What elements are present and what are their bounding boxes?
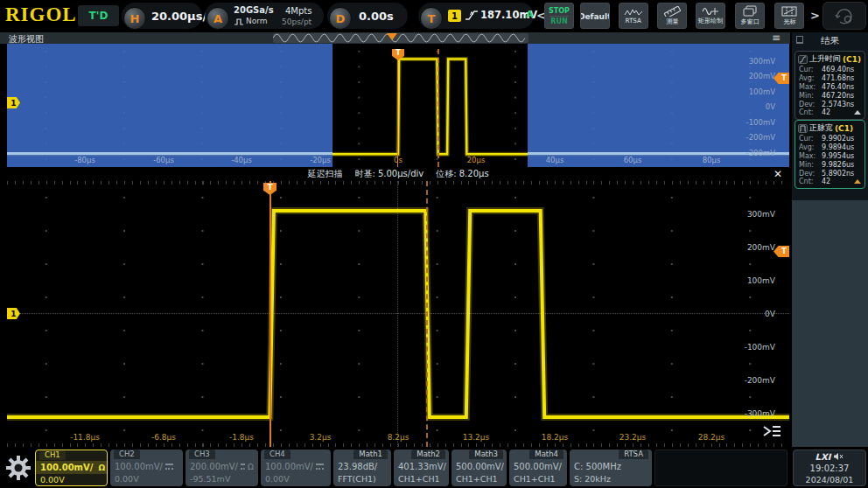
math2-block[interactable]: Math2 401.33mV/ CH1+CH1 [394, 450, 449, 486]
multi-window-button[interactable]: 多窗口 [735, 3, 765, 29]
measurement-card-rise-time[interactable]: 上升时间(C1) Cur:469.40ns Avg:471.68ns Max:4… [794, 51, 865, 120]
cursor-button[interactable]: 光标 [774, 3, 804, 29]
time-label: -11.8μs [63, 433, 107, 442]
acquire-mode-row: Norm [234, 17, 268, 25]
channel2-block[interactable]: CH2 100.00mV/ 0.00V [110, 450, 183, 486]
rtsa-block[interactable]: RTSA C: 500MHz S: 20kHz [570, 450, 652, 486]
row-value: 9.9954us [822, 152, 854, 160]
grid-menu-icon[interactable] [761, 424, 782, 438]
draw-label: 矩形绘制 [698, 17, 724, 25]
ribbon-sine-pattern [273, 33, 528, 43]
stop-label: STOP [549, 7, 570, 15]
time-label: 60μs [611, 156, 654, 164]
cursor-grid-icon [781, 6, 797, 17]
zoom-offset[interactable]: 位移: 8.20μs [436, 168, 488, 180]
channel-scale: 100.00mV/ [115, 462, 163, 471]
row-label: Max: [799, 152, 822, 160]
row-label: Max: [799, 83, 822, 91]
volt-label: 0V [723, 310, 775, 318]
row-value: 471.68ns [822, 74, 854, 82]
channel1-block[interactable]: CH1 100.00mV/Ω 0.00V [35, 450, 108, 486]
time-label: 3.2μs [298, 433, 342, 442]
cursor-label: 光标 [783, 17, 795, 26]
dc-coupling-icon [241, 464, 245, 470]
impedance-label: Ω [98, 464, 105, 472]
toolbar-scroll-right-icon[interactable]: > [810, 9, 820, 22]
math-tab: Math2 [411, 450, 445, 459]
math-scale: 401.33mV/ [394, 460, 449, 473]
volt-label: 300mV [723, 57, 775, 66]
card-name: 正脉宽 [809, 122, 833, 134]
delay-value[interactable]: 0.00s [359, 10, 394, 23]
results-panel-dark-area: 结果 上升时间(C1) Cur:469.40ns Avg:471.68ns Ma… [792, 32, 868, 200]
math1-block[interactable]: Math1 23.98dB/ FFT(CH1) [333, 450, 391, 486]
system-status-block[interactable]: LXI 19:02:37 2024/08/01 [793, 450, 866, 486]
trigger-position-line [270, 181, 271, 447]
delay-knob[interactable]: D [329, 7, 352, 30]
memory-depth: 4Mpts [285, 6, 312, 16]
math-source: FFT(CH1) [338, 474, 376, 484]
measure-cursor-line[interactable] [438, 49, 439, 167]
trigger-status-indicator: T'D [78, 5, 119, 26]
trigger-source-badge[interactable]: 1 [448, 10, 461, 22]
settings-gear-icon[interactable] [4, 452, 33, 484]
impedance-label: Ω [248, 463, 254, 471]
results-panel: 结果 上升时间(C1) Cur:469.40ns Avg:471.68ns Ma… [792, 32, 868, 447]
rtsa-wave-icon [624, 8, 643, 16]
measurement-card-positive-width[interactable]: 正脉宽(C1) Cur:9.9902us Avg:9.9894us Max:9.… [794, 120, 865, 189]
expand-icon[interactable] [854, 179, 861, 184]
channel-scale: 200.00mV/ [190, 462, 238, 471]
channel-tab: CH1 [39, 450, 66, 460]
time-label: 20μs [454, 156, 498, 164]
channel-scale: 100.00mV/ [265, 462, 313, 471]
time-label: 0s [376, 156, 420, 164]
rtsa-button[interactable]: RTSA [619, 3, 648, 29]
channel3-block[interactable]: CH3 200.00mV/Ω -95.51mV [186, 450, 258, 486]
trigger-level-label: T [781, 247, 786, 255]
sound-muted-icon [833, 452, 844, 461]
math-source: CH1+CH1 [398, 474, 440, 484]
volt-label: -200mV [723, 376, 775, 385]
close-zoom-icon[interactable]: ✕ [774, 168, 782, 180]
row-value: 467.20ns [822, 92, 854, 100]
bottom-status-bar: CH1 100.00mV/Ω 0.00V CH2 100.00mV/ 0.00V… [0, 448, 868, 488]
rtsa-center-freq: C: 500MHz [570, 460, 652, 473]
time-label: 28.2μs [690, 433, 733, 442]
dc-coupling-icon [165, 464, 173, 470]
channel-tab: CH4 [264, 450, 290, 459]
trigger-position-line [397, 51, 398, 167]
acquire-knob[interactable]: A [206, 7, 229, 30]
horizontal-position-ribbon[interactable] [273, 33, 528, 43]
row-label: Min: [799, 92, 822, 100]
measure-cursor-line[interactable] [426, 181, 428, 447]
gesture-button[interactable] [822, 2, 866, 30]
zoom-timebase[interactable]: 时基: 5.00μs/div [354, 168, 424, 180]
draw-button[interactable]: 矩形绘制 [696, 3, 725, 29]
unzoomed-region-left [7, 44, 332, 167]
delay-group: D 0.00s [327, 3, 408, 29]
view-menu-icon[interactable]: ≡ [772, 31, 780, 44]
row-label: Dev: [799, 101, 822, 108]
row-value: 9.9894us [822, 143, 854, 151]
horizontal-scale[interactable]: 20.00μs/ [151, 10, 206, 23]
math-source: CH1+CH1 [514, 474, 556, 484]
run-stop-button[interactable]: STOP RUN [544, 3, 574, 29]
math4-block[interactable]: Math4 500.00mV/ CH1+CH1 [509, 450, 567, 486]
default-label: Default [580, 11, 610, 20]
default-button[interactable]: Default [580, 3, 610, 29]
row-label: Avg: [799, 143, 822, 151]
measure-button[interactable]: 测量 [657, 3, 687, 29]
clock-time: 19:02:37 [810, 463, 850, 474]
volt-label: 300mV [723, 210, 775, 219]
ruler-icon [663, 6, 681, 17]
channel4-block[interactable]: CH4 100.00mV/ 0.00V [261, 450, 331, 486]
trigger-position-marker-icon[interactable] [387, 33, 397, 40]
time-label: -40μs [220, 156, 263, 164]
expand-icon[interactable] [854, 110, 861, 115]
horizontal-knob[interactable]: H [123, 7, 146, 30]
trigger-flag: A [526, 9, 534, 20]
trigger-knob[interactable]: T [420, 7, 443, 30]
math3-block[interactable]: Math3 500.00mV/ CH1+CH1 [452, 450, 507, 486]
time-label: 23.2μs [611, 433, 654, 442]
waveform-view-titlebar: 波形视图 ≡ [0, 32, 790, 44]
